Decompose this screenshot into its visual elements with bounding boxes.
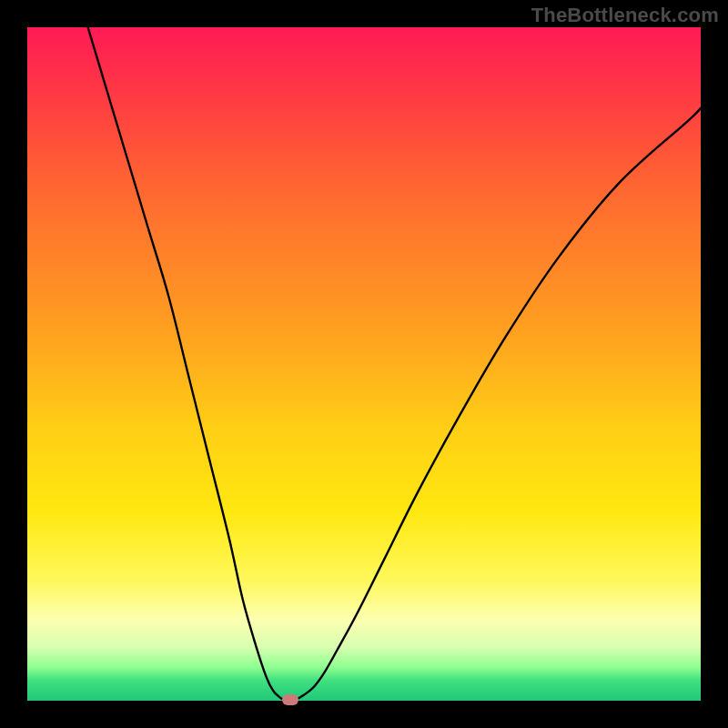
plot-area [27,27,701,701]
chart-frame: TheBottleneck.com [0,0,728,728]
watermark-text: TheBottleneck.com [531,4,719,27]
curve-right [297,108,701,700]
minimum-marker [282,694,298,705]
curve-left [88,27,284,700]
curve-layer [27,27,701,701]
